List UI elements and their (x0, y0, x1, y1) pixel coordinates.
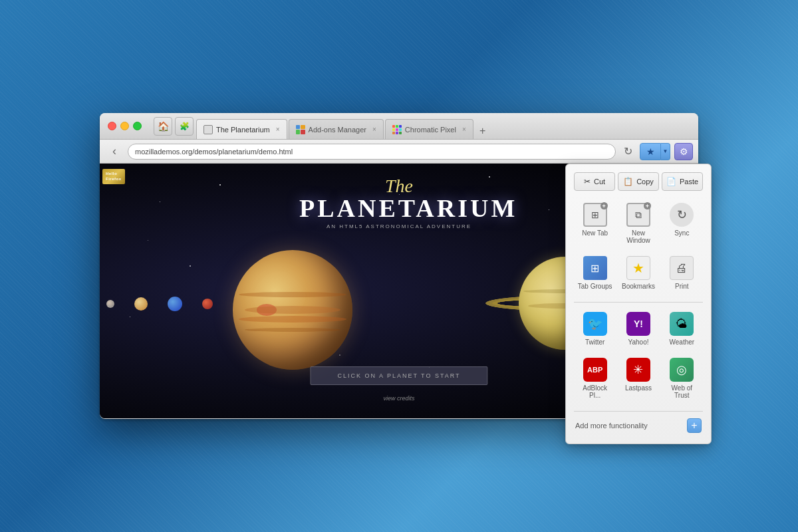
tab-groups-icon: ⊞ (591, 262, 599, 275)
paste-button[interactable]: 📄 Paste (662, 172, 703, 191)
tab-groups-label: Tab Groups (578, 283, 612, 290)
menu-item-adblock[interactable]: ABP AdBlock Pl... (574, 352, 616, 404)
small-planets (106, 297, 213, 311)
tab-favicon-chromatic (392, 125, 402, 134)
adblock-label: AdBlock Pl... (577, 384, 613, 399)
tab-chromatic[interactable]: Chromatic Pixel × (385, 119, 473, 139)
paste-label: Paste (680, 178, 698, 186)
menu-item-weather[interactable]: 🌤 Weather (661, 307, 703, 351)
browser-window: 🏠 🧩 The Planetarium × Add-ons Mana (100, 113, 698, 419)
maximize-button[interactable] (133, 122, 142, 130)
home-button[interactable]: 🏠 (154, 117, 172, 136)
tab-chromatic-label: Chromatic Pixel (405, 126, 456, 134)
back-button[interactable]: ‹ (105, 143, 124, 160)
sync-label: Sync (674, 229, 689, 237)
title-the: The (299, 177, 499, 196)
address-text: mozillademos.org/demos/planetarium/demo.… (135, 148, 293, 156)
window-controls (100, 122, 150, 130)
planet-jupiter[interactable] (233, 250, 352, 370)
wot-label: Web of Trust (664, 384, 700, 399)
tab-close-addons[interactable]: × (372, 126, 376, 133)
planet-mercury[interactable] (106, 300, 114, 308)
tabs-area: The Planetarium × Add-ons Manager × (196, 113, 698, 139)
lastpass-label: Lastpass (625, 384, 652, 392)
new-window-plus-icon: + (644, 202, 651, 209)
bookmark-button[interactable]: ★ (640, 143, 661, 160)
firefox-badge: HelloFirefox (102, 169, 125, 184)
new-window-label: New Window (620, 229, 656, 244)
menu-item-print[interactable]: 🖨 Print (661, 251, 703, 295)
bookmarks-label: Bookmarks (622, 283, 655, 290)
planet-title: The Planetarium An HTML5 Astronomical Ad… (299, 177, 499, 229)
yahoo-label: Yahoo! (628, 338, 649, 346)
bookmark-dropdown[interactable]: ▼ (661, 143, 670, 160)
weather-label: Weather (670, 338, 695, 346)
menu-item-wot[interactable]: ◎ Web of Trust (661, 352, 703, 404)
bookmarks-icon: ★ (632, 260, 644, 276)
menu-item-twitter[interactable]: 🐦 Twitter (574, 307, 616, 351)
copy-icon: 📋 (623, 177, 633, 186)
menu-item-new-window[interactable]: ⧉ + New Window (617, 198, 659, 249)
addon-nav-icon: 🧩 (180, 122, 190, 131)
paste-icon: 📄 (666, 177, 676, 186)
menu-item-yahoo[interactable]: Y! Yahoo! (617, 307, 659, 351)
adblock-icon: ABP (587, 366, 602, 374)
add-functionality-button[interactable]: + (687, 418, 702, 433)
menu-item-sync[interactable]: ↻ Sync (661, 198, 703, 249)
weather-icon: 🌤 (676, 317, 688, 331)
home-icon: 🏠 (158, 121, 169, 132)
cut-icon: ✂ (584, 177, 591, 186)
menu-item-tab-groups[interactable]: ⊞ Tab Groups (574, 251, 616, 295)
copy-label: Copy (636, 178, 654, 186)
new-tab-icon: ⊞ (591, 209, 599, 220)
new-tab-label: New Tab (582, 229, 608, 237)
cut-label: Cut (594, 178, 605, 186)
firefox-badge-text: HelloFirefox (106, 171, 122, 182)
planet-earth[interactable] (168, 297, 182, 311)
start-button[interactable]: Click on a planet to start (310, 366, 487, 385)
menu-item-bookmarks[interactable]: ★ Bookmarks (617, 251, 659, 295)
cut-button[interactable]: ✂ Cut (574, 172, 615, 191)
planet-venus[interactable] (134, 297, 148, 311)
tab-close-chromatic[interactable]: × (462, 126, 466, 133)
yahoo-icon: Y! (634, 319, 643, 329)
minimize-button[interactable] (120, 122, 129, 130)
add-icon: + (691, 420, 697, 431)
tab-planetarium-label: The Planetarium (216, 126, 270, 134)
sync-icon: ↻ (677, 207, 687, 222)
print-icon: 🖨 (676, 261, 688, 275)
chevron-down-icon: ▼ (663, 148, 668, 154)
close-button[interactable] (108, 122, 116, 130)
view-credits-text: view credits (383, 395, 414, 402)
title-main: Planetarium (299, 196, 499, 221)
start-button-text: Click on a planet to start (337, 372, 460, 379)
view-credits-link[interactable]: view credits (383, 395, 414, 402)
menu-grid-top: ⊞ + New Tab ⧉ + New Window ↻ Sync (574, 198, 703, 295)
new-window-icon: ⧉ (635, 209, 642, 221)
menu-grid-addons: 🐦 Twitter Y! Yahoo! 🌤 Weather ABP (574, 307, 703, 404)
planet-mars[interactable] (202, 299, 213, 309)
tab-addons-label: Add-ons Manager (309, 126, 366, 134)
address-bar[interactable]: mozillademos.org/demos/planetarium/demo.… (128, 144, 616, 160)
edit-row: ✂ Cut 📋 Copy 📄 Paste (574, 172, 703, 191)
menu-divider-2 (574, 411, 703, 412)
tab-planetarium[interactable]: The Planetarium × (196, 119, 287, 139)
gear-icon: ⚙ (680, 146, 688, 157)
tab-favicon-planetarium (203, 125, 213, 134)
bookmark-btn-group: ★ ▼ (640, 143, 670, 160)
print-label: Print (675, 283, 689, 290)
menu-item-lastpass[interactable]: ✳ Lastpass (617, 352, 659, 404)
menu-item-new-tab[interactable]: ⊞ + New Tab (574, 198, 616, 249)
add-functionality-row: Add more functionality + (574, 416, 703, 436)
new-tab-button[interactable]: + (475, 123, 491, 139)
firefox-menu-button[interactable]: ⚙ (674, 143, 693, 160)
tab-close-planetarium[interactable]: × (276, 126, 280, 133)
copy-button[interactable]: 📋 Copy (618, 172, 659, 191)
refresh-button[interactable]: ↻ (620, 144, 636, 160)
firefox-menu-popup: ✂ Cut 📋 Copy 📄 Paste ⊞ + New Tab (565, 164, 712, 444)
add-functionality-label: Add more functionality (575, 422, 648, 430)
menu-divider (574, 302, 703, 303)
twitter-label: Twitter (585, 338, 604, 346)
tab-addons[interactable]: Add-ons Manager × (289, 119, 384, 139)
addon-nav-button[interactable]: 🧩 (175, 117, 194, 136)
